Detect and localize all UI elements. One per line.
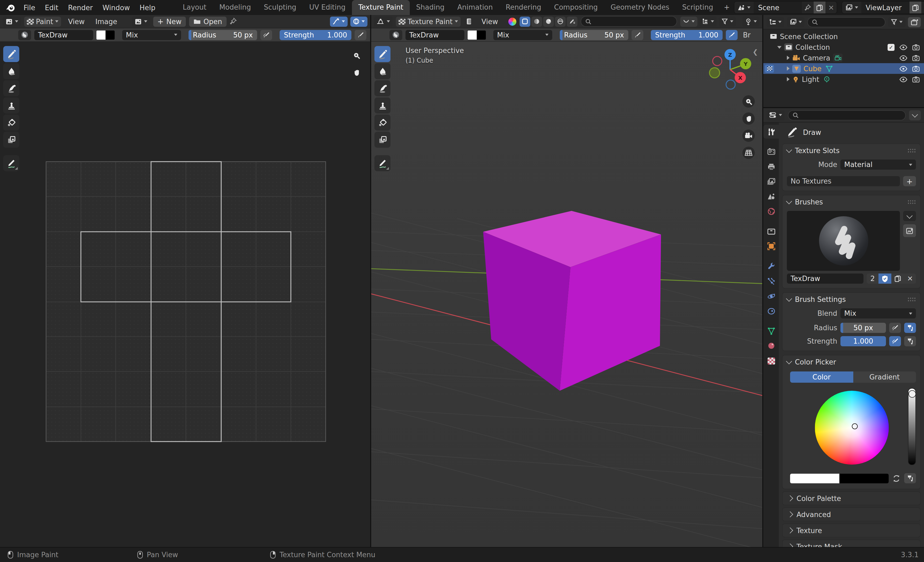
zoom-in-icon[interactable]: [350, 49, 363, 61]
blend-mode-dropdown[interactable]: Mix: [122, 30, 181, 40]
disable-render-camera-icon[interactable]: [912, 65, 920, 72]
tab-geometry-nodes[interactable]: Geometry Nodes: [604, 0, 676, 15]
unlink-scene-button[interactable]: ✕: [826, 3, 837, 12]
tab-sculpting[interactable]: Sculpting: [257, 0, 303, 15]
texture-slot-mode-dropdown[interactable]: Material: [840, 160, 916, 170]
menu-view[interactable]: View: [478, 16, 502, 27]
radius-pressure-button[interactable]: [632, 30, 644, 40]
filter-button[interactable]: [719, 16, 736, 27]
snap-pivot-button[interactable]: [742, 16, 759, 27]
menu-help[interactable]: Help: [135, 1, 160, 13]
tab-shading[interactable]: Shading: [410, 0, 451, 15]
expand-arrow-icon[interactable]: [787, 77, 789, 81]
sidebar-toggle-icon[interactable]: ❮: [753, 48, 758, 56]
orthographic-grid-icon[interactable]: [742, 146, 755, 159]
brush-selector-button[interactable]: [18, 30, 31, 40]
camera-view-icon[interactable]: [742, 130, 755, 142]
zoom-icon[interactable]: [742, 95, 755, 108]
fake-user-shield-button[interactable]: [879, 274, 891, 284]
tab-physics[interactable]: [763, 289, 779, 303]
background-color-swatch[interactable]: [839, 474, 889, 483]
expand-arrow-icon[interactable]: [777, 46, 782, 48]
outliner-filter-button[interactable]: [888, 17, 905, 27]
scene-name-field[interactable]: Scene: [754, 1, 802, 13]
tool-draw[interactable]: [3, 46, 19, 62]
navigation-gizmo[interactable]: Z Y X: [705, 46, 759, 97]
radius-pressure-button[interactable]: [889, 323, 901, 333]
radius-pressure-button[interactable]: [260, 30, 272, 40]
outliner-row-light[interactable]: Light: [763, 74, 924, 85]
tool-smear[interactable]: [374, 80, 390, 96]
image-browse-button[interactable]: [132, 16, 150, 27]
value-slider[interactable]: [908, 388, 916, 465]
viewport-canvas[interactable]: User Perspective (1) Cube ❮: [371, 42, 762, 547]
pin-image-icon[interactable]: [230, 18, 237, 25]
tab-scripting[interactable]: Scripting: [676, 0, 720, 15]
blend-dropdown[interactable]: Mix: [840, 308, 916, 318]
tool-clone[interactable]: [3, 97, 19, 114]
new-collection-button[interactable]: [908, 17, 921, 27]
editor-type-button[interactable]: [766, 110, 785, 120]
shading-material-button[interactable]: [543, 16, 554, 27]
shading-textured-button[interactable]: [520, 16, 530, 27]
tool-clone[interactable]: [374, 97, 390, 114]
disable-render-camera-icon[interactable]: [912, 44, 920, 50]
gizmos-button[interactable]: [699, 16, 717, 27]
expand-arrow-icon[interactable]: [787, 56, 789, 60]
scene-browse-button[interactable]: [735, 1, 754, 13]
gradient-tab[interactable]: Gradient: [853, 371, 916, 383]
tab-view-layer[interactable]: [763, 175, 779, 188]
tool-fill[interactable]: [3, 115, 19, 131]
remove-viewlayer-button[interactable]: ✕: [921, 3, 924, 12]
tab-animation[interactable]: Animation: [451, 0, 499, 15]
secondary-color-swatch[interactable]: [477, 30, 486, 39]
drag-handle-icon[interactable]: [908, 297, 916, 302]
outliner-search-input[interactable]: [807, 17, 885, 27]
proportional-falloff-button[interactable]: [330, 16, 348, 27]
shading-rendered-button[interactable]: [555, 16, 566, 27]
outliner-row-scene-collection[interactable]: Scene Collection: [763, 31, 924, 42]
brush-selector-button[interactable]: [389, 30, 402, 40]
mesh-data-icon[interactable]: [824, 64, 834, 73]
add-texture-slot-button[interactable]: +: [903, 176, 916, 186]
interaction-mode-dropdown[interactable]: Texture Paint: [396, 16, 460, 27]
tab-collection[interactable]: [763, 224, 779, 238]
panel-advanced[interactable]: Advanced: [782, 507, 921, 521]
swap-colors-icon[interactable]: [892, 474, 900, 482]
pin-scene-icon[interactable]: [802, 4, 814, 11]
editor-type-button[interactable]: [766, 17, 784, 27]
outliner-row-cube[interactable]: Cube: [763, 63, 924, 74]
tab-uv-editing[interactable]: UV Editing: [303, 0, 352, 15]
new-viewlayer-button[interactable]: [909, 1, 921, 13]
color-wheel[interactable]: [814, 391, 888, 465]
menu-window[interactable]: Window: [98, 1, 135, 13]
add-workspace-button[interactable]: +: [720, 0, 734, 15]
outliner-row-camera[interactable]: Camera: [763, 52, 924, 63]
tab-scene[interactable]: [763, 190, 779, 203]
color-wheel-cursor[interactable]: [851, 423, 857, 429]
primary-color-swatch[interactable]: [468, 30, 477, 39]
tab-object-data[interactable]: [763, 324, 779, 338]
primary-color-swatch[interactable]: [96, 30, 105, 39]
texture-slots-header[interactable]: Texture Slots: [783, 144, 920, 157]
tool-mask[interactable]: [374, 132, 390, 148]
viewlayer-name-field[interactable]: ViewLayer: [861, 1, 909, 13]
paint-mode-dropdown[interactable]: Paint: [24, 16, 61, 27]
secondary-color-swatch[interactable]: [105, 30, 115, 39]
tool-smear[interactable]: [3, 80, 19, 96]
light-data-icon[interactable]: [822, 75, 832, 84]
properties-options-button[interactable]: [909, 110, 921, 120]
brush-name-field[interactable]: TexDraw: [405, 30, 464, 40]
tab-compositing[interactable]: Compositing: [548, 0, 604, 15]
radius-slider[interactable]: Radius 50 px: [189, 30, 257, 40]
tab-world[interactable]: [763, 205, 779, 218]
hide-eye-icon[interactable]: [899, 76, 908, 82]
tool-soften[interactable]: [3, 63, 19, 79]
tab-output[interactable]: [763, 160, 779, 173]
strength-slider[interactable]: 1.000: [840, 336, 886, 346]
hide-eye-icon[interactable]: [899, 66, 908, 72]
tab-modeling[interactable]: Modeling: [213, 0, 257, 15]
menu-image[interactable]: Image: [92, 16, 121, 27]
strength-slider[interactable]: Strength 1.000: [280, 30, 351, 40]
radius-slider[interactable]: Radius 50 px: [560, 30, 628, 40]
